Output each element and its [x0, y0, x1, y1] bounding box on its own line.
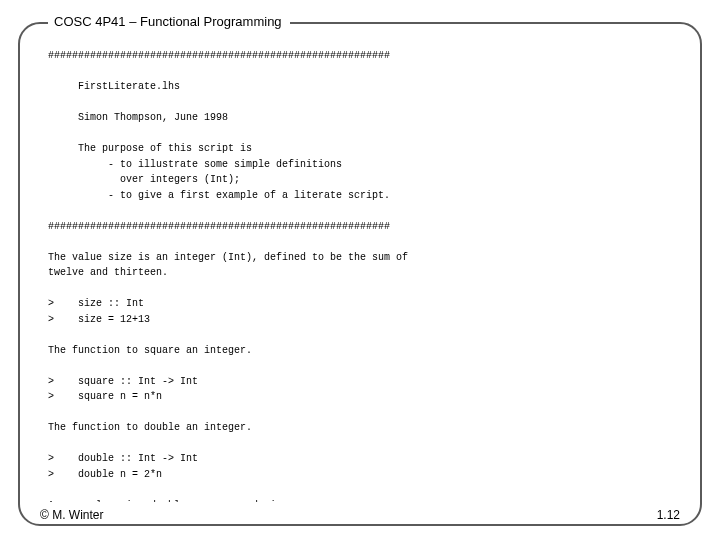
code-block: ########################################…	[48, 48, 672, 502]
footer-author: © M. Winter	[34, 508, 110, 522]
footer-page-number: 1.12	[651, 508, 686, 522]
content-area: ########################################…	[48, 48, 672, 502]
page-title: COSC 4P41 – Functional Programming	[48, 14, 290, 29]
slide: COSC 4P41 – Functional Programming #####…	[0, 0, 720, 540]
